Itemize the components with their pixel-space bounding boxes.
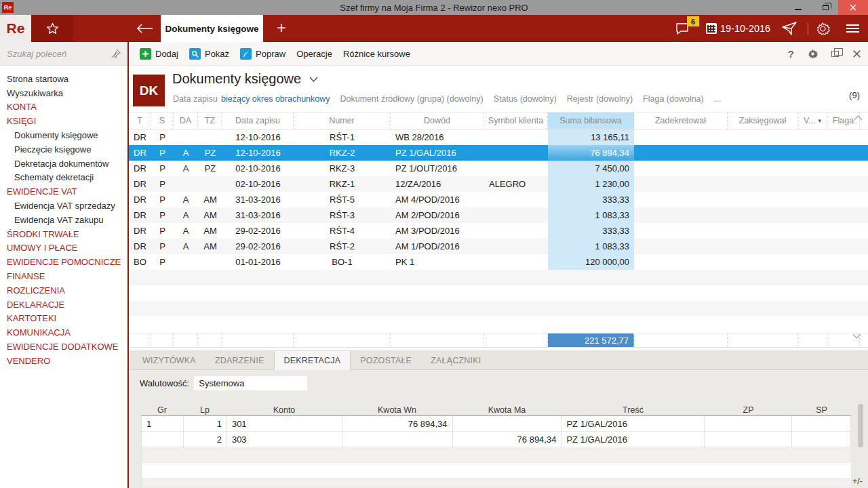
undock-view-button[interactable] (831, 51, 839, 57)
calendar-icon[interactable] (706, 23, 717, 34)
decree-row[interactable]: 230376 894,34PZ 1/GAL/2016 (141, 432, 851, 447)
scroll-up-arrow[interactable] (854, 115, 863, 121)
scroll-down-arrow[interactable] (852, 333, 861, 339)
show-button[interactable]: Pokaż (184, 42, 235, 65)
sidebar-item[interactable]: DEKLARACJE (0, 298, 127, 312)
sidebar-item[interactable]: UMOWY I PŁACE (0, 241, 127, 256)
tab-dokumenty-ksiegowe[interactable]: Dokumenty księgowe (161, 15, 263, 42)
send-button[interactable] (781, 20, 799, 37)
table-row[interactable]: DRPAAM31-03-2016RŚT-3AM 2/POD/20161 083,… (129, 207, 868, 223)
detail-tab[interactable]: POZOSTAŁE (351, 351, 421, 369)
decree-column-header[interactable]: Lp (183, 404, 226, 415)
column-header[interactable]: V...▾ (798, 113, 827, 129)
filter[interactable]: ... (714, 94, 721, 104)
pin-icon[interactable] (111, 49, 121, 58)
title-chevron-down-icon[interactable] (309, 77, 318, 82)
menu-bar (846, 31, 859, 33)
column-header[interactable]: Symbol klienta (484, 113, 548, 129)
sidebar-item[interactable]: Dekretacja dokumentów (0, 157, 127, 171)
add-button[interactable]: Dodaj (134, 42, 184, 65)
detail-tab[interactable]: DEKRETACJA (274, 351, 351, 370)
sidebar-item[interactable]: KONTA (0, 100, 127, 115)
detail-tab[interactable]: ZAŁĄCZNIKI (421, 351, 490, 369)
sidebar-item[interactable]: Pieczęcie księgowe (0, 142, 127, 157)
table-row[interactable]: DRP12-10-2016RŚT-1WB 28/201613 165,11 (129, 129, 868, 145)
decree-column-header[interactable]: Treść (561, 404, 705, 415)
sidebar-item[interactable]: Schematy dekretacji (0, 171, 127, 185)
decree-column-header[interactable]: Kwota Wn (342, 404, 452, 415)
close-button[interactable] (838, 0, 868, 15)
table-row[interactable]: DRPAAM31-03-2016RŚT-5AM 4/POD/2016333,33 (129, 192, 868, 207)
sidebar-item[interactable]: Strona startowa (0, 72, 127, 86)
column-header[interactable]: S (151, 113, 174, 129)
filter[interactable]: Dokument źródłowy (grupa) (dowolny) (340, 94, 484, 104)
decree-column-header[interactable]: SP (792, 404, 851, 415)
command-search[interactable]: Szukaj poleceń (0, 42, 127, 66)
exchange-differences-button[interactable]: Różnice kursowe (338, 42, 416, 65)
minimize-button[interactable] (785, 0, 811, 15)
currency-field[interactable]: Systemowa (194, 376, 307, 390)
sidebar-item[interactable]: Ewidencja VAT zakupu (0, 213, 127, 227)
sidebar-item[interactable]: KARTOTEKI (0, 312, 127, 326)
table-cell: 29-02-2016 (222, 239, 294, 254)
sidebar-item[interactable]: KOMUNIKACJA (0, 325, 127, 340)
detail-scrollbar-thumb[interactable] (858, 404, 863, 447)
table-row[interactable]: BOP01-01-2016BO-1PK 1120 000,00 (129, 254, 868, 270)
column-header[interactable]: Numer (294, 113, 391, 129)
column-header[interactable]: Suma bilansowa (548, 113, 634, 129)
sidebar-item[interactable]: ŚRODKI TRWAŁE (0, 227, 127, 241)
column-header[interactable]: DA (174, 113, 198, 129)
column-header[interactable]: Dowód (391, 113, 484, 129)
sidebar-item[interactable]: VENDERO (0, 354, 127, 368)
new-tab-button[interactable]: + (270, 15, 293, 42)
sidebar-item[interactable]: EWIDENCJE VAT (0, 184, 127, 199)
column-header[interactable]: T (129, 113, 151, 129)
expand-collapse-control[interactable]: +/- (852, 476, 863, 486)
decree-column-header[interactable]: Gr (141, 404, 183, 415)
column-header[interactable]: Zaksięgował (728, 113, 798, 129)
decree-column-header[interactable]: Kwota Ma (452, 404, 561, 415)
decree-column-header[interactable]: ZP (705, 404, 792, 415)
table-row[interactable]: DRPAPZ12-10-2016RKZ-2PZ 1/GAL/201676 894… (129, 145, 868, 161)
table-cell: RKZ-3 (294, 161, 391, 176)
sidebar-item[interactable]: EWIDENCJE POMOCNICZE (0, 255, 127, 269)
filter[interactable]: Flaga (dowolna) (643, 94, 704, 104)
filter-dropdown-icon[interactable]: ▾ (818, 117, 822, 124)
settings-button[interactable] (816, 22, 830, 36)
table-cell: P (151, 176, 174, 192)
decree-column-header[interactable]: Konto (226, 404, 342, 415)
column-header[interactable]: TZ (198, 113, 222, 129)
filter[interactable]: Data zapisu bieżący okres obrachunkowy (173, 94, 330, 104)
sidebar-item[interactable]: Ewidencja VAT sprzedaży (0, 199, 127, 213)
table-row[interactable]: DRPAPZ02-10-2016RKZ-3PZ 1/OUT/20167 450,… (129, 161, 868, 176)
module-settings-button[interactable] (808, 49, 818, 59)
edit-button[interactable]: Popraw (235, 42, 291, 65)
table-row[interactable]: DRPAAM29-02-2016RŚT-4AM 3/POD/2016333,33 (129, 223, 868, 239)
close-view-button[interactable] (852, 49, 861, 58)
decree-row[interactable]: 1130176 894,34PZ 1/GAL/2016 (141, 416, 851, 432)
favorites-button[interactable] (31, 15, 73, 42)
help-button[interactable]: ? (788, 48, 794, 60)
filter-value[interactable]: bieżący okres obrachunkowy (221, 94, 330, 104)
sidebar-item[interactable]: Dokumenty księgowe (0, 128, 127, 142)
table-row[interactable]: DRPAAM29-02-2016RŚT-2AM 1/POD/20161 083,… (129, 239, 868, 254)
sidebar-item[interactable]: Wyszukiwarka (0, 86, 127, 100)
sidebar-item[interactable]: ROZLICZENIA (0, 283, 127, 298)
sidebar-item[interactable]: KSIĘGI (0, 114, 127, 128)
filter[interactable]: Rejestr (dowolny) (567, 94, 633, 104)
app-logo[interactable]: Re (0, 15, 31, 42)
hamburger-menu-button[interactable] (846, 24, 859, 35)
current-date[interactable]: 19-10-2016 (720, 15, 770, 42)
column-header[interactable]: Zadekretował (634, 113, 728, 129)
operations-button[interactable]: Operacje (291, 42, 338, 65)
sidebar-item[interactable]: FINANSE (0, 269, 127, 283)
table-cell: RKZ-2 (294, 145, 391, 161)
detail-tab[interactable]: WIZYTÓWKA (133, 351, 205, 369)
back-button[interactable] (127, 15, 161, 42)
column-header[interactable]: Data zapisu (222, 113, 294, 129)
table-row[interactable]: DRP02-10-2016RKZ-112/ZA/2016ALEGRO1 230,… (129, 176, 868, 192)
filter[interactable]: Status (dowolny) (494, 94, 557, 104)
detail-tab[interactable]: ZDARZENIE (205, 351, 274, 369)
maximize-button[interactable] (812, 0, 838, 15)
sidebar-item[interactable]: EWIDENCJE DODATKOWE (0, 340, 127, 354)
